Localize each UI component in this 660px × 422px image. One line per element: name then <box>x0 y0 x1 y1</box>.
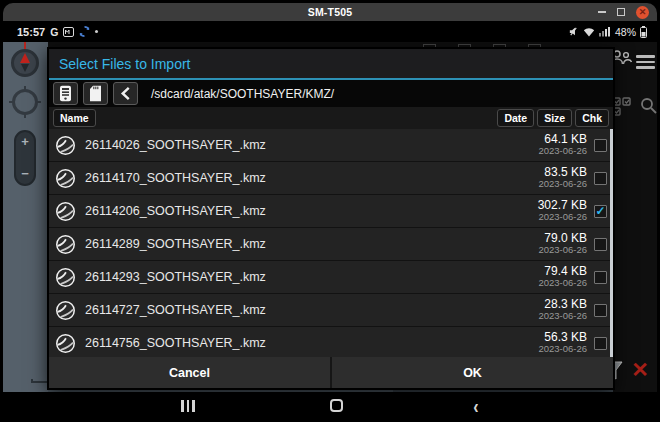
file-checkbox[interactable]: ✓ <box>594 205 607 218</box>
file-name: 26114289_SOOTHSAYER_.kmz <box>85 237 266 251</box>
atak-app-background: + − ✕ Select Files <box>3 42 657 392</box>
back-button[interactable]: ‹ <box>461 388 491 419</box>
battery-icon <box>640 26 647 38</box>
clock: 15:57 <box>17 26 45 38</box>
current-path: /sdcard/atak/SOOTHSAYER/KMZ/ <box>151 87 334 101</box>
delete-icon[interactable]: ✕ <box>629 358 651 382</box>
dialog-button-bar: Cancel OK <box>49 357 613 388</box>
emulator-window: SM-T505 ✕ 15:57 G <box>3 3 657 419</box>
google-earth-icon <box>55 135 76 156</box>
network-type-indicator: G <box>50 26 58 38</box>
back-directory-button[interactable] <box>113 82 138 105</box>
table-row[interactable]: 26114206_SOOTHSAYER_.kmz 302.7 KB2023-06… <box>49 195 613 228</box>
dialog-title: Select Files to Import <box>49 49 613 78</box>
table-row[interactable]: 26114293_SOOTHSAYER_.kmz 79.4 KB2023-06-… <box>49 261 613 294</box>
file-date: 2023-06-26 <box>538 344 587 355</box>
file-size: 56.3 KB <box>538 331 587 345</box>
file-date: 2023-06-26 <box>538 245 587 256</box>
table-row[interactable]: 26114289_SOOTHSAYER_.kmz 79.0 KB2023-06-… <box>49 228 613 261</box>
sort-by-chk-button[interactable]: Chk <box>575 109 609 127</box>
file-size: 79.0 KB <box>538 232 587 246</box>
list-header: Name Date Size Chk <box>49 107 613 129</box>
maximize-button[interactable] <box>617 8 625 16</box>
google-earth-icon <box>55 300 76 321</box>
sdcard-button[interactable] <box>83 82 108 105</box>
mms-notification-icon <box>63 27 74 37</box>
wifi-icon <box>583 27 595 37</box>
file-name: 26114293_SOOTHSAYER_.kmz <box>85 270 266 284</box>
google-earth-icon <box>55 168 76 189</box>
android-status-bar: 15:57 G 48% <box>3 21 657 42</box>
recents-button[interactable] <box>173 392 203 419</box>
zoom-in-button[interactable]: + <box>21 137 29 147</box>
file-checkbox[interactable] <box>594 139 607 152</box>
file-date: 2023-06-26 <box>538 278 587 289</box>
google-earth-icon <box>55 267 76 288</box>
battery-percent: 48% <box>615 26 636 38</box>
compass-north-tick <box>24 42 26 49</box>
table-row[interactable]: 26114026_SOOTHSAYER_.kmz 64.1 KB2023-06-… <box>49 129 613 162</box>
ok-button[interactable]: OK <box>332 357 613 388</box>
file-checkbox[interactable] <box>594 271 607 284</box>
cellular-signal-icon <box>599 26 611 37</box>
file-date: 2023-06-26 <box>538 212 587 223</box>
google-earth-icon <box>55 333 76 354</box>
file-checkbox[interactable] <box>594 238 607 251</box>
home-button[interactable] <box>321 392 351 419</box>
file-name: 26114026_SOOTHSAYER_.kmz <box>85 138 266 152</box>
mute-icon <box>568 26 579 37</box>
google-earth-icon <box>55 201 76 222</box>
screenshot-root: SM-T505 ✕ 15:57 G <box>0 0 660 422</box>
file-size: 64.1 KB <box>538 133 587 147</box>
file-checkbox[interactable] <box>594 337 607 350</box>
file-name: 26114727_SOOTHSAYER_.kmz <box>85 303 266 317</box>
close-button[interactable]: ✕ <box>636 6 649 19</box>
file-size: 302.7 KB <box>538 199 587 213</box>
window-titlebar: SM-T505 ✕ <box>3 3 657 21</box>
compass-needle-north <box>20 53 30 63</box>
list-scrollbar[interactable] <box>610 129 613 357</box>
file-date: 2023-06-26 <box>538 179 587 190</box>
table-row[interactable]: 26114170_SOOTHSAYER_.kmz 83.5 KB2023-06-… <box>49 162 613 195</box>
zoom-out-button[interactable]: − <box>21 169 29 179</box>
file-date: 2023-06-26 <box>538 146 587 157</box>
file-name: 26114756_SOOTHSAYER_.kmz <box>85 336 266 350</box>
sort-by-size-button[interactable]: Size <box>537 109 572 127</box>
select-files-dialog: Select Files to Import /sdcard/atak/SOOT… <box>48 48 614 389</box>
notification-dot-icon <box>95 30 98 33</box>
path-bar: /sdcard/atak/SOOTHSAYER/KMZ/ <box>49 80 613 107</box>
table-row[interactable]: 26114756_SOOTHSAYER_.kmz 56.3 KB2023-06-… <box>49 327 613 357</box>
file-checkbox[interactable] <box>594 172 607 185</box>
search-icon[interactable] <box>640 97 657 115</box>
file-name: 26114170_SOOTHSAYER_.kmz <box>85 171 266 185</box>
window-title: SM-T505 <box>308 6 353 18</box>
menu-icon[interactable] <box>636 52 655 72</box>
android-nav-bar: ‹ <box>3 392 657 419</box>
file-list: 26114026_SOOTHSAYER_.kmz 64.1 KB2023-06-… <box>49 129 613 357</box>
sync-notification-icon <box>79 26 90 37</box>
table-row[interactable]: 26114727_SOOTHSAYER_.kmz 28.3 KB2023-06-… <box>49 294 613 327</box>
compass-needle-south <box>21 64 29 72</box>
sort-by-name-button[interactable]: Name <box>53 109 96 127</box>
file-name: 26114206_SOOTHSAYER_.kmz <box>85 204 266 218</box>
file-size: 28.3 KB <box>538 298 587 312</box>
compass-widget[interactable] <box>11 49 39 77</box>
sort-by-date-button[interactable]: Date <box>497 109 534 127</box>
file-size: 83.5 KB <box>538 166 587 180</box>
minimize-button[interactable] <box>598 11 606 13</box>
zoom-control[interactable]: + − <box>14 130 36 186</box>
internal-storage-button[interactable] <box>53 82 78 105</box>
cancel-button[interactable]: Cancel <box>49 357 332 388</box>
overlay-manager-icon[interactable] <box>612 97 632 117</box>
file-size: 79.4 KB <box>538 265 587 279</box>
self-location-icon[interactable] <box>12 89 38 115</box>
file-checkbox[interactable] <box>594 304 607 317</box>
google-earth-icon <box>55 234 76 255</box>
file-date: 2023-06-26 <box>538 311 587 322</box>
